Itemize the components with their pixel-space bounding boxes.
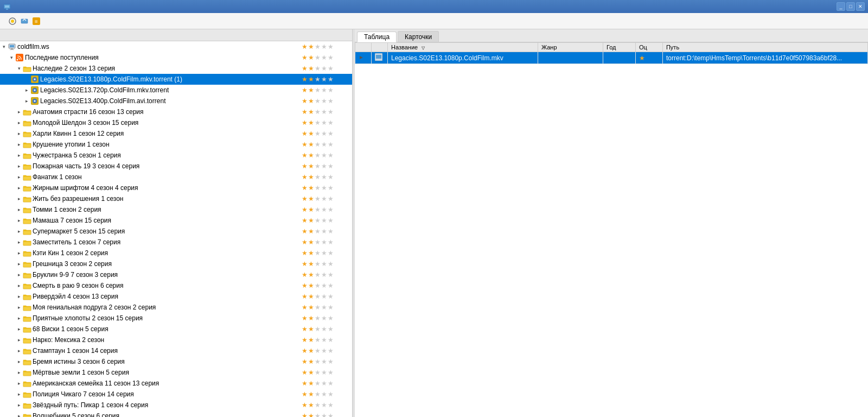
tree-expander[interactable]: ▸ [15, 336, 23, 344]
tree-expander[interactable]: ▾ [8, 54, 15, 61]
tree-item-rating[interactable]: ★★★★★ [285, 369, 350, 376]
tree-expander[interactable]: ▸ [15, 228, 23, 235]
tree-item-rating[interactable]: ★★★★★ [285, 347, 350, 355]
tree-item[interactable]: ▸Томми 1 сезон 2 серия★★★★★ [0, 204, 352, 215]
tree-expander[interactable]: ▸ [15, 271, 23, 279]
tree-item-rating[interactable]: ★★★★★ [285, 380, 350, 387]
tree-item-rating[interactable]: ★★★★★ [285, 97, 350, 105]
tree-item-rating[interactable]: ★★★★★ [285, 304, 350, 311]
tree-item[interactable]: ▸Пожарная часть 19 3 сезон 4 серия★★★★★ [0, 161, 352, 172]
tree-container[interactable]: ▾coldfilm.ws★★★★★▾Последние поступления★… [0, 41, 352, 417]
row-expand[interactable] [355, 52, 372, 64]
col-name[interactable]: Название ▽ [388, 43, 538, 52]
tree-expander[interactable]: ▸ [15, 314, 23, 322]
tree-expander[interactable]: ▸ [15, 380, 23, 387]
tree-item[interactable]: ▸Смерть в раю 9 сезон 6 серия★★★★★ [0, 280, 352, 291]
tree-item[interactable]: ▾Наследие 2 сезон 13 серия★★★★★ [0, 63, 352, 74]
minimize-button[interactable]: _ [837, 2, 845, 11]
col-rating[interactable]: Оц [635, 43, 662, 52]
tree-expander[interactable]: ▾ [15, 65, 23, 72]
tree-expander[interactable]: ▸ [15, 238, 23, 246]
tree-expander[interactable]: ▸ [15, 304, 23, 311]
tree-item[interactable]: ▸Legacies.S02E13.720p.ColdFilm.mkv.torre… [0, 85, 352, 96]
tree-item[interactable]: ▸Звёздный путь: Пикар 1 сезон 4 серия★★★… [0, 400, 352, 410]
tree-item-rating[interactable]: ★★★★★ [285, 238, 350, 246]
table-row[interactable]: Legacies.S02E13.1080p.ColdFilm.mkv★torre… [355, 52, 868, 64]
tree-expander[interactable]: ▸ [15, 151, 23, 159]
tree-expander[interactable]: ▸ [15, 249, 23, 257]
col-path[interactable]: Путь [662, 43, 867, 52]
tree-item-rating[interactable]: ★★★★★ [285, 130, 350, 137]
tree-expander[interactable]: ▸ [15, 217, 23, 224]
tab-table[interactable]: Таблица [357, 31, 397, 42]
toolbar-icon-2[interactable] [18, 15, 30, 27]
tree-expander[interactable]: ▸ [15, 141, 23, 148]
tree-item-rating[interactable]: ★★★★★ [285, 206, 350, 213]
tree-expander[interactable]: ▸ [15, 412, 23, 417]
tree-item-rating[interactable]: ★★★★★ [285, 108, 350, 116]
tree-expander[interactable]: ▸ [15, 260, 23, 268]
tree-expander[interactable]: ▸ [15, 130, 23, 137]
tree-expander[interactable]: ▸ [23, 97, 30, 105]
tree-expander[interactable]: ▸ [15, 162, 23, 170]
tree-item[interactable]: ▸Чужестранка 5 сезон 1 серия★★★★★ [0, 150, 352, 161]
tree-item[interactable]: ▸Американская семейка 11 сезон 13 серия★… [0, 378, 352, 389]
tree-item[interactable]: ▸Бремя истины 3 сезон 6 серия★★★★★ [0, 356, 352, 367]
tree-item-rating[interactable]: ★★★★★ [285, 54, 350, 61]
tree-item-rating[interactable]: ★★★★★ [285, 184, 350, 192]
tree-item-rating[interactable]: ★★★★★ [285, 358, 350, 365]
tree-item[interactable]: ▸Харли Квинн 1 сезон 12 серия★★★★★ [0, 128, 352, 139]
tree-expander[interactable]: ▸ [15, 293, 23, 300]
tree-item[interactable]: ▸Моя гениальная подруга 2 сезон 2 серия★… [0, 302, 352, 313]
tree-item-rating[interactable]: ★★★★★ [285, 249, 350, 257]
tree-item[interactable]: ▸Волшебники 5 сезон 6 серия★★★★★ [0, 410, 352, 417]
tree-item[interactable]: ▸68 Виски 1 сезон 5 серия★★★★★ [0, 324, 352, 334]
tree-item[interactable]: ▸Супермаркет 5 сезон 15 серия★★★★★ [0, 226, 352, 237]
tree-item[interactable]: ▸Фанатик 1 сезон★★★★★ [0, 172, 352, 182]
tree-item[interactable]: ▸Мёртвые земли 1 сезон 5 серия★★★★★ [0, 367, 352, 378]
tree-item[interactable]: ▸Заместитель 1 сезон 7 серия★★★★★ [0, 237, 352, 248]
tree-expander[interactable]: ▸ [15, 119, 23, 127]
tree-expander[interactable]: ▸ [15, 347, 23, 355]
tree-item[interactable]: Legacies.S02E13.1080p.ColdFilm.mkv.torre… [0, 74, 352, 85]
tree-item-rating[interactable]: ★★★★★ [285, 282, 350, 289]
tree-item[interactable]: ▸Нарко: Мексика 2 сезон★★★★★ [0, 334, 352, 345]
tree-item-rating[interactable]: ★★★★★ [285, 119, 350, 127]
tree-expander[interactable]: ▸ [23, 86, 30, 94]
tree-item-rating[interactable]: ★★★★★ [285, 314, 350, 322]
toolbar-icon-1[interactable] [7, 15, 18, 27]
tree-item-rating[interactable]: ★★★★★ [285, 75, 350, 83]
tree-expander[interactable]: ▸ [15, 282, 23, 289]
tree-item[interactable]: ▸Ривердэйл 4 сезон 13 серия★★★★★ [0, 291, 352, 302]
tree-item[interactable]: ▸Молодой Шелдон 3 сезон 15 серия★★★★★ [0, 117, 352, 128]
tree-item-rating[interactable]: ★★★★★ [285, 86, 350, 94]
tree-expander[interactable] [23, 75, 30, 83]
tree-item-rating[interactable]: ★★★★★ [285, 390, 350, 398]
tree-item[interactable]: ▸Кэти Кин 1 сезон 2 серия★★★★★ [0, 248, 352, 258]
tree-item[interactable]: ▸Приятные хлопоты 2 сезон 15 серия★★★★★ [0, 313, 352, 324]
tree-expander[interactable]: ▸ [15, 358, 23, 365]
tree-expander[interactable]: ▸ [15, 369, 23, 376]
tree-item[interactable]: ▸Стамптаун 1 сезон 14 серия★★★★★ [0, 345, 352, 356]
tree-expander[interactable]: ▸ [15, 401, 23, 409]
tree-item-rating[interactable]: ★★★★★ [285, 217, 350, 224]
tree-item-rating[interactable]: ★★★★★ [285, 325, 350, 333]
maximize-button[interactable]: □ [846, 2, 855, 11]
col-genre[interactable]: Жанр [538, 43, 603, 52]
tree-item-rating[interactable]: ★★★★★ [285, 293, 350, 300]
close-button[interactable]: ✕ [856, 2, 865, 11]
tree-expander[interactable]: ▸ [15, 173, 23, 181]
tree-expander[interactable]: ▸ [15, 195, 23, 203]
table-container[interactable]: Название ▽ Жанр Год Оц Путь Legacies.S02… [355, 42, 868, 417]
tree-item-rating[interactable]: ★★★★★ [285, 43, 350, 50]
tree-item-rating[interactable]: ★★★★★ [285, 173, 350, 181]
tree-item[interactable]: ▸Крушение утопии 1 сезон★★★★★ [0, 139, 352, 150]
tree-item[interactable]: ▸Бруклин 9-9 7 сезон 3 серия★★★★★ [0, 269, 352, 280]
tree-item[interactable]: ▾Последние поступления★★★★★ [0, 52, 352, 63]
tree-item[interactable]: ▸Legacies.S02E13.400p.ColdFilm.avi.torre… [0, 96, 352, 106]
toolbar-icon-3[interactable]: ≡ [30, 15, 42, 27]
tree-item-rating[interactable]: ★★★★★ [285, 65, 350, 72]
tree-item[interactable]: ▸Мамаша 7 сезон 15 серия★★★★★ [0, 215, 352, 226]
tree-item-rating[interactable]: ★★★★★ [285, 260, 350, 268]
tree-expander[interactable]: ▾ [0, 43, 8, 50]
